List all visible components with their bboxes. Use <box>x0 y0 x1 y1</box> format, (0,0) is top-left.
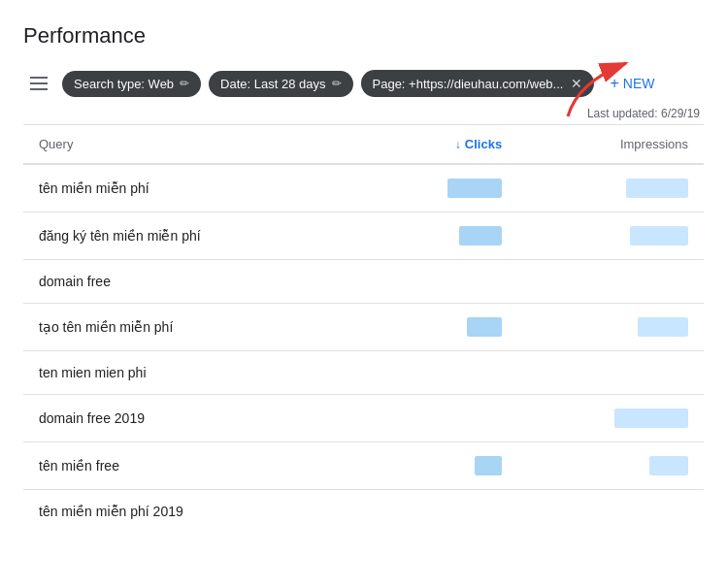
page-chip[interactable]: Page: +https://dieuhau.com/web... ✕ <box>361 70 595 97</box>
impressions-column-header[interactable]: Impressions <box>517 125 704 164</box>
query-cell[interactable]: tên miền free <box>23 442 366 490</box>
impressions-cell <box>517 164 704 212</box>
table-header-row: Query ↓Clicks Impressions <box>23 125 704 164</box>
date-label: Date: Last 28 days <box>220 77 325 91</box>
new-filter-button[interactable]: + NEW <box>602 71 662 96</box>
table-row: tên miền free <box>23 442 704 490</box>
search-type-label: Search type: Web <box>74 77 174 91</box>
query-cell[interactable]: tên miền miễn phí 2019 <box>23 490 366 534</box>
clicks-cell <box>366 164 517 212</box>
table-row: tên miền miễn phí <box>23 164 704 212</box>
clicks-cell <box>366 260 517 304</box>
page-title: Performance <box>23 23 704 49</box>
search-type-edit-icon: ✏ <box>180 77 189 90</box>
sort-down-icon: ↓ <box>455 138 461 151</box>
query-cell[interactable]: tạo tên miền miễn phí <box>23 304 366 351</box>
impressions-cell <box>517 260 704 304</box>
date-edit-icon: ✏ <box>332 77 342 90</box>
svg-rect-0 <box>30 77 48 79</box>
date-chip[interactable]: Date: Last 28 days ✏ <box>209 71 352 97</box>
clicks-cell <box>366 351 517 395</box>
impressions-cell <box>517 351 704 395</box>
filter-menu-button[interactable] <box>23 68 54 99</box>
table-row: tên miền miễn phí 2019 <box>23 490 704 534</box>
impressions-cell <box>517 395 704 442</box>
clicks-cell <box>366 490 517 534</box>
query-cell[interactable]: tên miền miễn phí <box>23 164 366 212</box>
last-updated-text: Last updated: 6/29/19 <box>587 107 700 120</box>
table-row: ten mien mien phi <box>23 351 704 395</box>
search-type-chip[interactable]: Search type: Web ✏ <box>62 71 201 97</box>
table-row: tạo tên miền miễn phí <box>23 304 704 351</box>
table-row: domain free 2019 <box>23 395 704 442</box>
svg-rect-1 <box>30 82 48 84</box>
new-button-label: NEW <box>623 76 655 91</box>
impressions-cell <box>517 304 704 351</box>
impressions-cell <box>517 490 704 534</box>
query-cell[interactable]: ten mien mien phi <box>23 351 366 395</box>
table-row: đăng ký tên miền miễn phí <box>23 212 704 260</box>
impressions-cell <box>517 442 704 490</box>
page-label: Page: +https://dieuhau.com/web... <box>373 77 564 91</box>
page-chip-close-icon[interactable]: ✕ <box>571 76 582 91</box>
clicks-cell <box>366 395 517 442</box>
query-column-header[interactable]: Query <box>23 125 366 164</box>
last-updated-row: Last updated: 6/29/19 <box>23 107 704 120</box>
data-table: Query ↓Clicks Impressions tên miền miễn … <box>23 124 704 533</box>
svg-rect-2 <box>30 88 48 90</box>
clicks-cell <box>366 304 517 351</box>
filters-row: Search type: Web ✏ Date: Last 28 days ✏ … <box>23 68 704 99</box>
plus-icon: + <box>610 75 618 92</box>
clicks-cell <box>366 442 517 490</box>
impressions-cell <box>517 212 704 260</box>
clicks-cell <box>366 212 517 260</box>
query-cell[interactable]: domain free <box>23 260 366 304</box>
query-cell[interactable]: đăng ký tên miền miễn phí <box>23 212 366 260</box>
query-cell[interactable]: domain free 2019 <box>23 395 366 442</box>
clicks-column-header[interactable]: ↓Clicks <box>366 125 517 164</box>
table-row: domain free <box>23 260 704 304</box>
